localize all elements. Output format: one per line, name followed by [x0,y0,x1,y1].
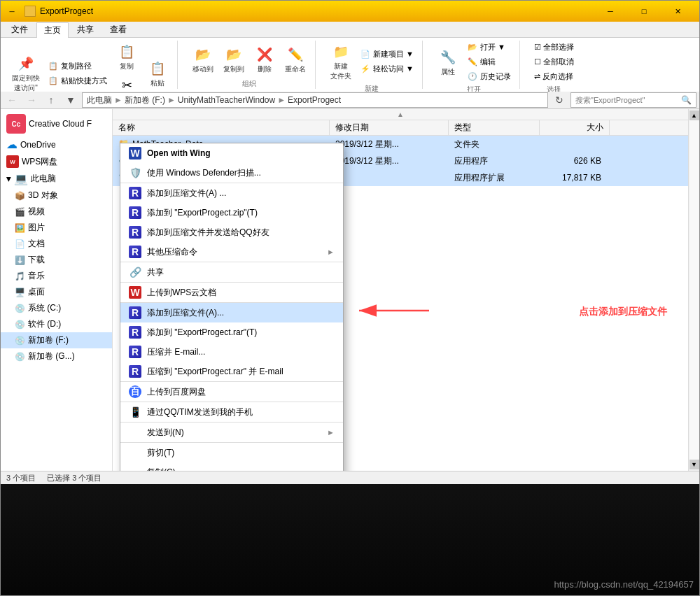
ctx-add-zip-name[interactable]: R 添加到 "ExportProgect.zip"(T) [120,203,343,222]
tab-share[interactable]: 共享 [69,22,102,37]
open-button[interactable]: 📂 打开 ▼ [465,41,514,54]
up-button[interactable]: ↑ [43,92,59,108]
tab-view[interactable]: 查看 [102,22,134,37]
ctx-compress-email[interactable]: R 压缩并 E-mail... [120,342,343,362]
sidebar-item-drive-c[interactable]: 💿 系统 (C:) [1,300,112,316]
ctx-send-to[interactable]: 发送到(N) ► [120,423,343,442]
rar-icon-1: R [129,187,141,199]
ctx-upload-baidu[interactable]: 百 上传到百度网盘 [120,382,343,402]
easy-access-button[interactable]: ⚡ 轻松访问 ▼ [358,62,416,76]
sidebar-item-video[interactable]: 🎬 视频 [1,204,112,220]
scrollbar-down-button[interactable]: ▼ [690,460,699,469]
history-button[interactable]: 🕐 历史记录 [465,70,514,83]
copy-to-button[interactable]: 📂 复制到 [220,43,248,76]
new-item-button[interactable]: 📄 新建项目 ▼ [358,48,416,61]
rar-icon-4: R [129,246,141,258]
scrollbar-track[interactable] [690,120,699,460]
ctx-other-compress-label: 其他压缩命令 [147,246,321,258]
col-header-date[interactable]: 修改日期 [330,120,449,135]
search-input[interactable] [575,96,681,104]
sidebar-item-drive-d[interactable]: 💿 软件 (D:) [1,316,112,332]
documents-icon: 📄 [15,239,25,249]
ctx-add-zip-a[interactable]: R 添加到压缩文件(A) ... [120,183,343,203]
rename-button[interactable]: ✏️ 重命名 [281,43,309,76]
organize-label: 组织 [242,79,256,89]
sidebar-item-this-pc[interactable]: ▶ 💻 此电脑 [1,170,112,187]
back-button[interactable]: ← [4,92,20,108]
ctx-other-compress[interactable]: R 其他压缩命令 ► [120,242,343,262]
edit-button[interactable]: ✏️ 编辑 [465,55,514,69]
sidebar-item-drive-f[interactable]: 💿 新加卷 (F:) [1,332,112,348]
ctx-add-rar-name[interactable]: R 添加到 "ExportProgect.rar"(T) [120,322,343,342]
sidebar-item-wps-label: WPS网盘 [22,156,57,168]
tab-home[interactable]: 主页 [36,22,69,38]
sidebar-item-music[interactable]: 🎵 音乐 [1,268,112,284]
copy-button[interactable]: 📋 复制 [113,41,141,73]
ctx-upload-baidu-label: 上传到百度网盘 [147,386,335,398]
pin-quick-access-button[interactable]: 📌 固定到快速访问" [9,52,43,94]
forward-button[interactable]: → [23,92,40,108]
history-icon: 🕐 [468,72,477,81]
sidebar-item-pictures[interactable]: 🖼️ 图片 [1,220,112,236]
sidebar-item-documents[interactable]: 📄 文档 [1,236,112,252]
paste-shortcut-button[interactable]: 📋 粘贴快捷方式 [46,74,110,87]
ctx-add-zip-qq[interactable]: R 添加到压缩文件并发送给QQ好友 [120,222,343,242]
ctx-cut[interactable]: 剪切(T) [120,443,343,462]
sidebar-item-downloads[interactable]: ⬇️ 下载 [1,252,112,268]
ctx-defender[interactable]: 🛡️ 使用 Windows Defender扫描... [120,163,343,183]
file-cell-type-3: 应用程序扩展 [449,169,540,186]
minimize-button[interactable]: ─ [594,1,626,22]
ctx-send-phone[interactable]: 📱 通过QQ/TIM发送到我的手机 [120,402,343,422]
new-folder-button[interactable]: 📁 新建文件夹 [327,41,355,83]
sidebar-item-3d[interactable]: 📦 3D 对象 [1,187,112,204]
ctx-compress-rar-email-label: 压缩到 "ExportProgect.rar" 并 E-mail [147,366,335,378]
ctx-add-rar-a[interactable]: R 添加到压缩文件(A)... [120,303,343,322]
sidebar-item-onedrive-label: OneDrive [20,140,56,150]
scrollbar-area[interactable]: ▲ ▼ [688,109,699,471]
invert-selection-button[interactable]: ⇌ 反向选择 [531,70,577,83]
scrollbar-up-button[interactable]: ▲ [690,111,699,120]
sidebar-item-onedrive[interactable]: ☁ OneDrive [1,136,112,153]
col-header-size[interactable]: 大小 [540,120,610,135]
sidebar-item-drive-g[interactable]: 💿 新加卷 (G...) [1,348,112,364]
annotation-arrow-svg [352,300,436,321]
select-all-button[interactable]: ☑ 全部选择 [531,41,577,54]
title-bar-title: ExportProgect [40,6,590,16]
paste-button[interactable]: 📋 粘贴 [144,57,172,90]
refresh-button[interactable]: ↻ [551,92,568,108]
drive-g-icon: 💿 [15,352,25,362]
address-path[interactable]: 此电脑 ► 新加卷 (F:) ► UnityMathTeacherWindow … [82,92,548,108]
col-header-type[interactable]: 类型 [449,120,540,135]
rar-icon-3: R [129,226,141,239]
ctx-copy[interactable]: 复制(C) [120,462,343,471]
ctx-compress-rar-email[interactable]: R 压缩到 "ExportProgect.rar" 并 E-mail [120,362,343,381]
ctx-send-to-label: 发送到(N) [147,427,321,439]
title-minimize-button[interactable]: ─ [6,6,18,17]
ctx-upload-wps[interactable]: W 上传到WPS云文档 [120,283,343,302]
recent-locations-button[interactable]: ▼ [62,92,79,108]
close-button[interactable]: ✕ [662,1,694,22]
ctx-add-zip-qq-label: 添加到压缩文件并发送给QQ好友 [147,227,335,239]
col-header-name[interactable]: 名称 [113,120,330,135]
wps-icon: W [6,155,19,168]
path-part-4: ExportProgect [288,95,341,105]
sidebar-item-desktop[interactable]: 🖥️ 桌面 [1,284,112,300]
move-to-button[interactable]: 📂 移动到 [189,43,217,76]
annotation: 点击添加到压缩文件 [579,306,667,318]
desktop-icon: 🖥️ [15,288,25,297]
tab-file[interactable]: 文件 [4,22,36,37]
delete-button[interactable]: ❌ 删除 [251,43,279,76]
file-area-wrapper: ▲ 名称 修改日期 类型 大小 📁 MathTeacher_Data 2019/… [113,109,688,471]
file-cell-date-1: 2019/3/12 星期... [330,136,449,152]
deselect-all-button[interactable]: ☐ 全部取消 [531,55,577,69]
ctx-share[interactable]: 🔗 共享 [120,262,343,282]
properties-button[interactable]: 🔧 属性 [434,46,462,78]
delete-icon: ❌ [255,45,274,64]
ctx-open-wing[interactable]: W Open with Wing [120,143,343,163]
ribbon: 文件 主页 共享 查看 📌 固定到快速访问" 📋 复制路径 [1,22,699,92]
sidebar-item-creative-cloud[interactable]: Cc Creative Cloud F [1,112,112,136]
copy-path-button[interactable]: 📋 复制路径 [46,59,110,73]
sidebar-item-wps[interactable]: W WPS网盘 [1,153,112,170]
maximize-button[interactable]: □ [628,1,660,22]
bottom-area: https://blog.csdn.net/qq_42194657 [1,484,699,595]
